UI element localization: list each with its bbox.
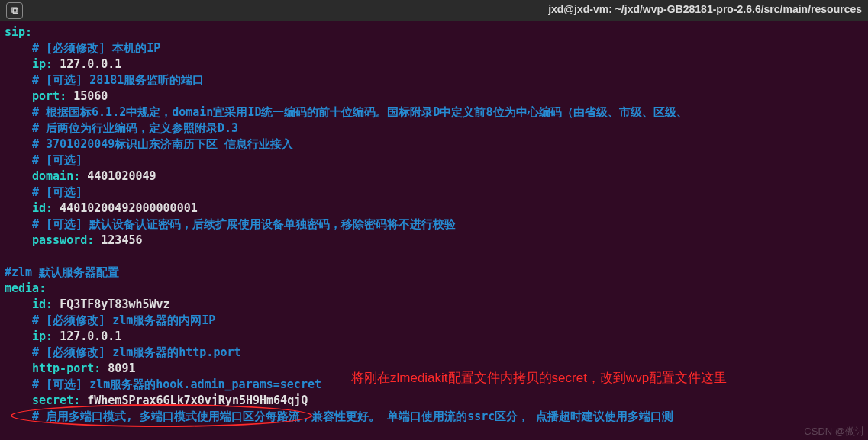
- terminal-line: password: 123456: [5, 233, 863, 249]
- terminal-line: id: FQ3TF8yT83wh5Wvz: [5, 297, 863, 313]
- terminal-line: media:: [5, 281, 863, 297]
- terminal-line: # [必须修改] zlm服务器的内网IP: [5, 313, 863, 329]
- window-titlebar: ⧉ jxd@jxd-vm: ~/jxd/wvp-GB28181-pro-2.6.…: [0, 0, 868, 21]
- terminal-line: sip:: [5, 24, 863, 40]
- colon: :: [87, 233, 101, 247]
- comment-text: # 根据国标6.1.2中规定，domain宜采用ID统一编码的前十位编码。国标附…: [32, 105, 688, 119]
- yaml-value: 44010200492000000001: [60, 201, 198, 215]
- new-tab-icon[interactable]: ⧉: [6, 2, 23, 19]
- terminal-content[interactable]: sip:# [必须修改] 本机的IPip: 127.0.0.1# [可选] 28…: [0, 21, 868, 428]
- yaml-value: 15060: [73, 89, 108, 103]
- terminal-line: # 启用多端口模式, 多端口模式使用端口区分每路流，兼容性更好。 单端口使用流的…: [5, 409, 863, 425]
- comment-text: # 后两位为行业编码，定义参照附录D.3: [32, 121, 238, 135]
- yaml-key: http-port: [32, 361, 94, 375]
- yaml-value: FQ3TF8yT83wh5Wvz: [60, 297, 170, 311]
- terminal-line: # [可选]: [5, 153, 863, 169]
- comment-text: # [可选]: [32, 185, 82, 199]
- yaml-key: media: [5, 281, 39, 295]
- terminal-line: # 根据国标6.1.2中规定，domain宜采用ID统一编码的前十位编码。国标附…: [5, 104, 863, 120]
- terminal-line: # 后两位为行业编码，定义参照附录D.3: [5, 120, 863, 136]
- comment-text: # 启用多端口模式, 多端口模式使用端口区分每路流，兼容性更好。 单端口使用流的…: [32, 409, 673, 423]
- new-tab-glyph: ⧉: [11, 5, 18, 17]
- yaml-value: 127.0.0.1: [60, 329, 121, 343]
- colon: :: [39, 281, 46, 295]
- colon: :: [94, 361, 108, 375]
- yaml-value: 4401020049: [87, 169, 156, 183]
- terminal-line: secret: fWhemSPrax6GLk7x0vjRyn5H9Hm64qjQ: [5, 393, 863, 409]
- yaml-key: ip: [32, 329, 46, 343]
- terminal-line: domain: 4401020049: [5, 169, 863, 185]
- colon: :: [73, 393, 87, 407]
- terminal-line: # [可选] 28181服务监听的端口: [5, 72, 863, 88]
- colon: :: [46, 201, 60, 215]
- terminal-line: # [必须修改] 本机的IP: [5, 40, 863, 56]
- yaml-value: 8091: [108, 361, 135, 375]
- yaml-value: fWhemSPrax6GLk7x0vjRyn5H9Hm64qjQ: [87, 393, 308, 407]
- yaml-value: 127.0.0.1: [60, 57, 121, 71]
- terminal-line: # [可选] 默认设备认证密码，后续扩展使用设备单独密码，移除密码将不进行校验: [5, 217, 863, 233]
- comment-text: #zlm 默认服务器配置: [5, 265, 119, 279]
- terminal-line: #zlm 默认服务器配置: [5, 265, 863, 281]
- comment-text: # [可选]: [32, 153, 82, 167]
- yaml-value: 123456: [101, 233, 142, 247]
- comment-text: # 3701020049标识山东济南历下区 信息行业接入: [32, 137, 293, 151]
- terminal-line: # 3701020049标识山东济南历下区 信息行业接入: [5, 136, 863, 153]
- terminal-line: ip: 127.0.0.1: [5, 56, 863, 72]
- watermark: CSDN @傲讨: [804, 425, 865, 438]
- colon: :: [73, 169, 87, 183]
- yaml-key: sip: [5, 25, 25, 39]
- colon: :: [46, 297, 60, 311]
- colon: :: [60, 89, 73, 103]
- terminal-line: # [必须修改] zlm服务器的http.port: [5, 345, 863, 361]
- comment-text: # [可选] 28181服务监听的端口: [32, 73, 204, 87]
- terminal-line: # [可选]: [5, 185, 863, 201]
- yaml-key: id: [32, 297, 46, 311]
- comment-text: # [可选] zlm服务器的hook.admin_params=secret: [32, 377, 321, 391]
- terminal-line: id: 44010200492000000001: [5, 201, 863, 217]
- yaml-key: port: [32, 89, 60, 103]
- comment-text: # [必须修改] zlm服务器的内网IP: [32, 313, 215, 327]
- annotation-text: 将刚在zlmediakit配置文件内拷贝的secret，改到wvp配置文件这里: [351, 369, 840, 387]
- window-title: jxd@jxd-vm: ~/jxd/wvp-GB28181-pro-2.6.6/…: [548, 3, 862, 15]
- yaml-key: id: [32, 201, 46, 215]
- yaml-key: domain: [32, 169, 73, 183]
- terminal-line: ip: 127.0.0.1: [5, 329, 863, 345]
- yaml-key: password: [32, 233, 87, 247]
- colon: :: [25, 25, 32, 39]
- terminal-line: [5, 249, 863, 265]
- colon: :: [46, 329, 60, 343]
- terminal-line: port: 15060: [5, 88, 863, 104]
- yaml-key: ip: [32, 57, 46, 71]
- comment-text: # [必须修改] 本机的IP: [32, 41, 160, 55]
- comment-text: # [必须修改] zlm服务器的http.port: [32, 345, 241, 359]
- yaml-key: secret: [32, 393, 73, 407]
- comment-text: # [可选] 默认设备认证密码，后续扩展使用设备单独密码，移除密码将不进行校验: [32, 217, 456, 231]
- colon: :: [46, 57, 60, 71]
